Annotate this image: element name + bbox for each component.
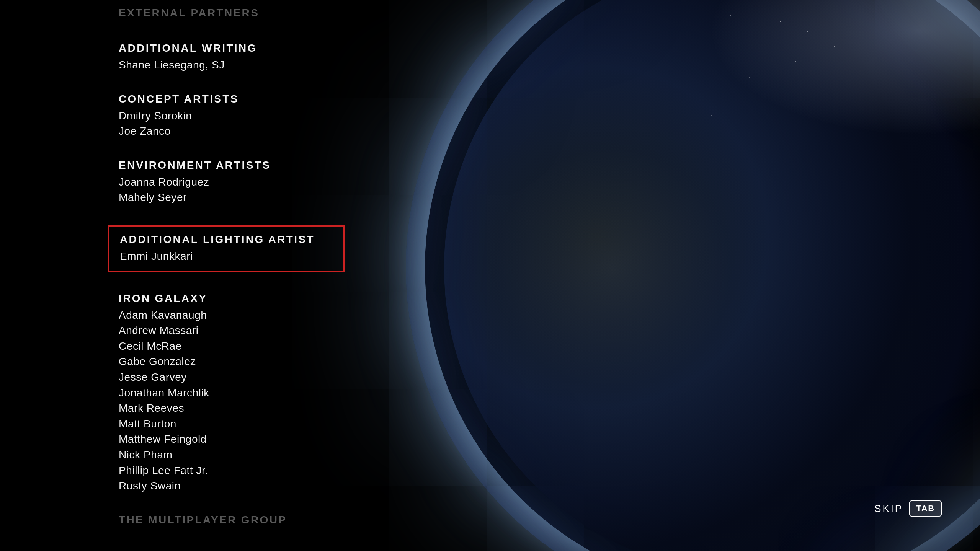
skip-key[interactable]: TAB bbox=[909, 500, 942, 517]
credit-name-andrew: Andrew Massari bbox=[119, 323, 345, 339]
star bbox=[749, 77, 750, 78]
credit-name-mahely: Mahely Seyer bbox=[119, 190, 345, 205]
credit-title-iron-galaxy: IRON GALAXY bbox=[119, 292, 345, 305]
credit-title-multiplayer-group: THE MULTIPLAYER GROUP bbox=[119, 514, 345, 526]
star bbox=[834, 46, 835, 47]
credit-name-emmi: Emmi Junkkari bbox=[120, 249, 333, 264]
credit-section-additional-writing: ADDITIONAL WRITING Shane Liesegang, SJ bbox=[119, 42, 345, 73]
credit-name-gabe: Gabe Gonzalez bbox=[119, 354, 345, 370]
credit-section-lighting-artist-highlighted: ADDITIONAL LIGHTING ARTIST Emmi Junkkari bbox=[108, 225, 345, 272]
star-field bbox=[674, 0, 980, 153]
credit-name-cecil: Cecil McRae bbox=[119, 339, 345, 354]
star bbox=[730, 15, 731, 16]
skip-container[interactable]: SKIP TAB bbox=[874, 500, 942, 517]
credit-section-iron-galaxy: IRON GALAXY Adam Kavanaugh Andrew Massar… bbox=[119, 292, 345, 494]
credit-title-lighting-artist: ADDITIONAL LIGHTING ARTIST bbox=[120, 233, 333, 246]
credit-name-jonathan: Jonathan Marchlik bbox=[119, 385, 345, 401]
credit-name-joanna: Joanna Rodriguez bbox=[119, 174, 345, 190]
credit-name-matt: Matt Burton bbox=[119, 416, 345, 432]
star bbox=[795, 61, 796, 62]
credits-container: EXTERNAL PARTNERS ADDITIONAL WRITING Sha… bbox=[0, 0, 345, 551]
credit-section-multiplayer-group: THE MULTIPLAYER GROUP bbox=[119, 514, 345, 529]
credit-name-phillip: Phillip Lee Fatt Jr. bbox=[119, 463, 345, 479]
credit-title-external-partners: EXTERNAL PARTNERS bbox=[119, 7, 345, 19]
star bbox=[780, 21, 781, 22]
credit-name-adam: Adam Kavanaugh bbox=[119, 308, 345, 323]
credit-title-concept-artists: CONCEPT ARTISTS bbox=[119, 93, 345, 105]
credit-title-environment-artists: ENVIRONMENT ARTISTS bbox=[119, 159, 345, 171]
star bbox=[807, 31, 808, 32]
credit-name-shane: Shane Liesegang, SJ bbox=[119, 57, 345, 73]
credit-section-concept-artists: CONCEPT ARTISTS Dmitry Sorokin Joe Zanco bbox=[119, 93, 345, 139]
credit-name-jesse: Jesse Garvey bbox=[119, 370, 345, 385]
credit-name-joe: Joe Zanco bbox=[119, 124, 345, 139]
credit-name-mark: Mark Reeves bbox=[119, 401, 345, 416]
credit-name-rusty: Rusty Swain bbox=[119, 478, 345, 494]
star bbox=[711, 115, 712, 116]
credit-section-external-partners: EXTERNAL PARTNERS bbox=[119, 7, 345, 22]
credit-name-matthew: Matthew Feingold bbox=[119, 432, 345, 447]
credit-name-nick: Nick Pham bbox=[119, 447, 345, 463]
credit-title-additional-writing: ADDITIONAL WRITING bbox=[119, 42, 345, 54]
credit-section-environment-artists: ENVIRONMENT ARTISTS Joanna Rodriguez Mah… bbox=[119, 159, 345, 205]
credit-name-dmitry: Dmitry Sorokin bbox=[119, 108, 345, 124]
skip-label: SKIP bbox=[874, 503, 903, 515]
